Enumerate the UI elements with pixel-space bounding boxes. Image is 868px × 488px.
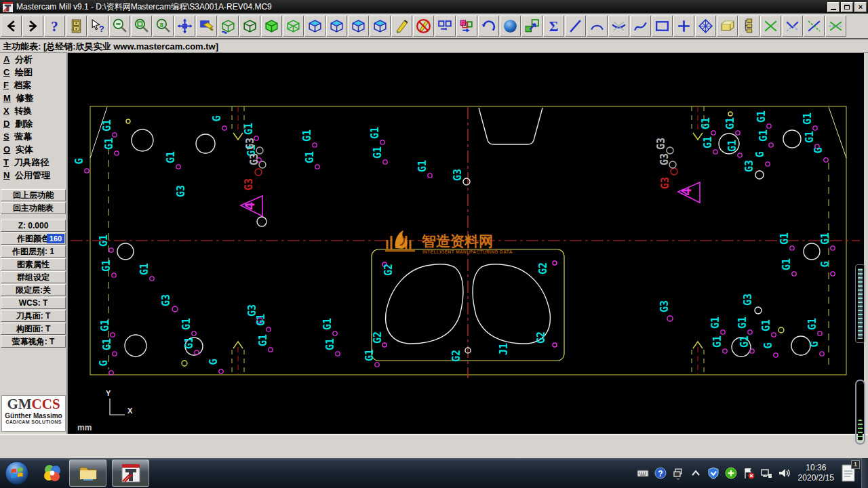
gview-wireframe-button[interactable]	[239, 16, 260, 37]
menu-item-X[interactable]: X 转换	[0, 104, 66, 117]
help-button[interactable]: ?	[44, 16, 65, 37]
trim-1-button[interactable]	[760, 16, 781, 37]
cplane-iso-button[interactable]	[370, 16, 391, 37]
minimize-button[interactable]	[827, 2, 840, 12]
gview-shaded-button[interactable]	[261, 16, 282, 37]
zoom-auto-button[interactable]: 8	[153, 16, 174, 37]
scrollbar-thumb[interactable]	[855, 264, 865, 343]
fit-pan-button[interactable]	[174, 16, 195, 37]
taskbar-app-colorwheel[interactable]	[41, 462, 64, 485]
status-button-1[interactable]: 作图颜色160	[1, 232, 66, 245]
create-line-button[interactable]	[565, 16, 586, 37]
prev-menu-button[interactable]	[1, 16, 22, 37]
menu-item-S[interactable]: S 萤幕	[0, 130, 66, 143]
gview-iso-button[interactable]	[283, 16, 304, 37]
dynamic-rotate-button[interactable]	[218, 16, 239, 37]
undo-button[interactable]	[478, 16, 499, 37]
svg-text:G: G	[819, 261, 831, 267]
restore-button[interactable]	[841, 2, 853, 12]
scrollbar-track[interactable]	[855, 380, 865, 445]
menu-item-T[interactable]: T 刀具路径	[0, 156, 66, 169]
windows-logo-icon	[4, 460, 30, 486]
window-right-border	[864, 53, 868, 434]
zoom-button[interactable]	[109, 16, 130, 37]
toolpath-manager-button[interactable]	[738, 16, 760, 37]
green-plus-icon[interactable]	[724, 466, 738, 481]
svg-text:G3: G3	[743, 160, 755, 172]
solids-view-button[interactable]	[521, 16, 542, 37]
status-button-0[interactable]: Z: 0.000	[1, 220, 66, 232]
status-button-2[interactable]: 作图层别: 1	[1, 245, 66, 258]
cursor-help-button[interactable]: ?	[87, 16, 108, 37]
copy-attributes-button[interactable]	[456, 16, 477, 37]
trim-2-button[interactable]	[782, 16, 803, 37]
menu-item-O[interactable]: O 实体	[0, 143, 66, 156]
menu-item-F[interactable]: F 档案	[0, 79, 66, 92]
repaint-button[interactable]	[196, 16, 217, 37]
svg-text:4: 4	[241, 202, 258, 210]
status-button-9[interactable]: 萤幕视角: T	[1, 336, 66, 348]
svg-text:G1: G1	[183, 337, 195, 349]
copy-button[interactable]	[435, 16, 456, 37]
shade-button[interactable]	[500, 16, 521, 37]
menu-item-N[interactable]: N 公用管理	[0, 169, 66, 182]
analyze-button[interactable]: Σ	[543, 16, 564, 37]
delete-button[interactable]	[413, 16, 434, 37]
menu-item-A[interactable]: A 分析	[0, 53, 66, 66]
arrow-up-icon[interactable]	[688, 466, 703, 481]
create-fillet-button[interactable]	[608, 16, 629, 37]
svg-text:G: G	[812, 147, 825, 153]
taskbar-explorer-button[interactable]	[69, 460, 106, 487]
status-button-7[interactable]: 刀具面: T	[1, 310, 66, 322]
menu-item-M[interactable]: M 修整	[0, 92, 66, 104]
svg-text:G1: G1	[760, 319, 772, 331]
svg-text:G1: G1	[755, 110, 768, 123]
create-arc-button[interactable]	[587, 16, 608, 37]
file-manager-button[interactable]	[66, 16, 87, 37]
start-button[interactable]	[3, 459, 31, 487]
status-button-5[interactable]: 限定层:关	[1, 284, 66, 296]
taskbar-clock[interactable]: 10:36 2020/2/15	[798, 463, 834, 483]
help-tray-icon[interactable]: ?	[653, 466, 668, 481]
create-surface-button[interactable]	[695, 16, 716, 37]
create-spline-button[interactable]	[630, 16, 651, 37]
status-button-8[interactable]: 构图面: T	[1, 323, 66, 335]
status-button-4[interactable]: 群组设定	[1, 271, 66, 283]
network-icon[interactable]	[759, 466, 774, 481]
svg-text:G2: G2	[450, 350, 462, 362]
menu-item-C[interactable]: C 绘图	[0, 66, 66, 79]
cplane-front-button[interactable]	[326, 16, 347, 37]
menu-item-D[interactable]: D 删除	[0, 117, 66, 130]
volume-icon[interactable]	[776, 466, 791, 481]
create-solid-button[interactable]	[717, 16, 738, 37]
status-button-6[interactable]: WCS: T	[1, 297, 66, 309]
shield-icon[interactable]	[706, 466, 721, 481]
cplane-side-button[interactable]	[348, 16, 369, 37]
taskbar-mastercam-button[interactable]	[112, 460, 149, 487]
title-bar[interactable]: Mastercam Mill v9.1 - D:\资料网Mastercam编程\…	[0, 0, 868, 14]
main-menu-button[interactable]: 回主功能表	[1, 202, 66, 214]
show-desktop-button[interactable]	[861, 458, 868, 488]
close-button[interactable]: ×	[854, 2, 867, 12]
zoom-window-button[interactable]	[131, 16, 152, 37]
create-rectangle-button[interactable]	[652, 16, 673, 37]
flag-icon[interactable]	[741, 466, 756, 481]
svg-text:?: ?	[99, 24, 104, 34]
trim-break-button[interactable]	[825, 16, 846, 37]
back-menu-button[interactable]: 回上层功能	[1, 189, 66, 201]
window-restore-icon[interactable]	[671, 466, 686, 481]
create-point-button[interactable]	[673, 16, 694, 37]
svg-text:G: G	[211, 115, 223, 121]
cplane-top-button[interactable]	[304, 16, 326, 37]
cad-viewport[interactable]: G1G1GG1GG1G1G1G1G1G1G1G3G3G1G1G1G1G1GG1G…	[68, 53, 864, 434]
trim-divide-button[interactable]	[804, 16, 825, 37]
cad-canvas[interactable]: G1G1GG1GG1G1G1G1G1G1G1G3G3G1G1G1G1G1GG1G…	[68, 53, 864, 434]
svg-text:G1: G1	[180, 318, 193, 330]
svg-text:G1: G1	[736, 317, 749, 329]
keyboard-icon[interactable]	[635, 466, 650, 481]
status-button-3[interactable]: 图素属性	[1, 258, 66, 270]
system-tray: ?	[635, 466, 794, 481]
sketch-button[interactable]	[391, 16, 412, 37]
next-menu-button[interactable]	[22, 16, 43, 37]
notification-icon[interactable]: 1	[840, 463, 857, 483]
